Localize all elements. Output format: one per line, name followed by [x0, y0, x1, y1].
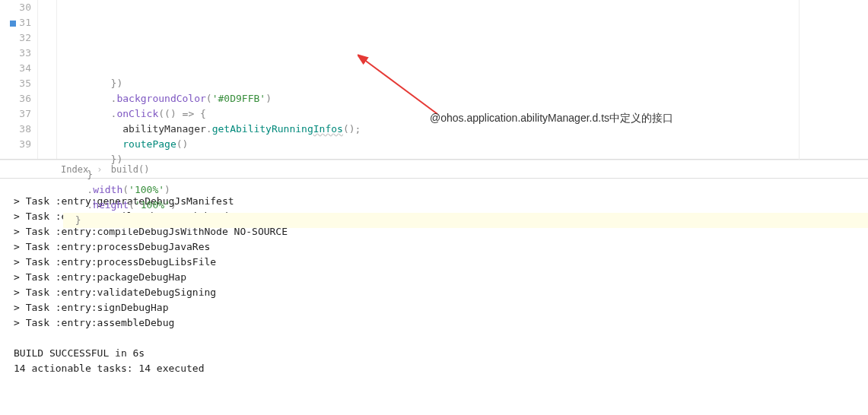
fold-marker[interactable]: [38, 76, 56, 91]
line-number: 31: [0, 15, 31, 30]
line-number: 35: [0, 76, 31, 91]
line-number: 33: [0, 46, 31, 61]
console-task-line: > Task :entry:assembleDebug: [14, 315, 854, 331]
build-result: BUILD SUCCESSFUL in 6s: [14, 346, 854, 361]
line-number-gutter: 30313233343536373839: [0, 0, 38, 159]
console-task-line: > Task :entry:signDebugHap: [14, 300, 854, 315]
code-line[interactable]: }): [63, 76, 868, 91]
code-content[interactable]: @ohos.application.abilityManager.d.ts中定义…: [57, 0, 868, 159]
fold-marker[interactable]: [38, 15, 56, 30]
line-number: 39: [0, 137, 31, 152]
code-line[interactable]: .backgroundColor('#0D9FFB'): [63, 91, 868, 106]
line-number: 32: [0, 30, 31, 46]
code-line[interactable]: .width('100%'): [63, 182, 868, 198]
line-number: 30: [0, 0, 31, 15]
code-line[interactable]: .height('100%'): [63, 198, 868, 213]
code-editor[interactable]: 30313233343536373839 @ohos.application.a…: [0, 0, 868, 160]
annotation-text: @ohos.application.abilityManager.d.ts中定义…: [430, 110, 673, 125]
fold-marker[interactable]: [38, 91, 56, 106]
line-number: 37: [0, 106, 31, 122]
fold-marker[interactable]: [38, 61, 56, 76]
code-line[interactable]: }: [63, 167, 868, 182]
code-line[interactable]: routePage(): [63, 137, 868, 152]
console-task-line: > Task :entry:validateDebugSigning: [14, 285, 854, 300]
fold-marker[interactable]: [38, 137, 56, 152]
line-number: 36: [0, 91, 31, 106]
console-task-line: > Task :entry:packageDebugHap: [14, 270, 854, 285]
console-task-line: > Task :entry:processDebugLibsFile: [14, 255, 854, 270]
code-line[interactable]: }): [63, 152, 868, 167]
line-number: 34: [0, 61, 31, 76]
right-margin-line: [799, 0, 800, 160]
fold-gutter[interactable]: [38, 0, 57, 159]
build-summary: 14 actionable tasks: 14 executed: [14, 361, 854, 376]
fold-marker[interactable]: [38, 0, 56, 15]
fold-marker[interactable]: [38, 46, 56, 61]
line-number: 38: [0, 122, 31, 137]
console-task-line: > Task :entry:processDebugJavaRes: [14, 239, 854, 255]
fold-marker[interactable]: [38, 122, 56, 137]
fold-marker[interactable]: [38, 106, 56, 122]
code-line[interactable]: }: [63, 213, 868, 228]
fold-marker[interactable]: [38, 30, 56, 46]
